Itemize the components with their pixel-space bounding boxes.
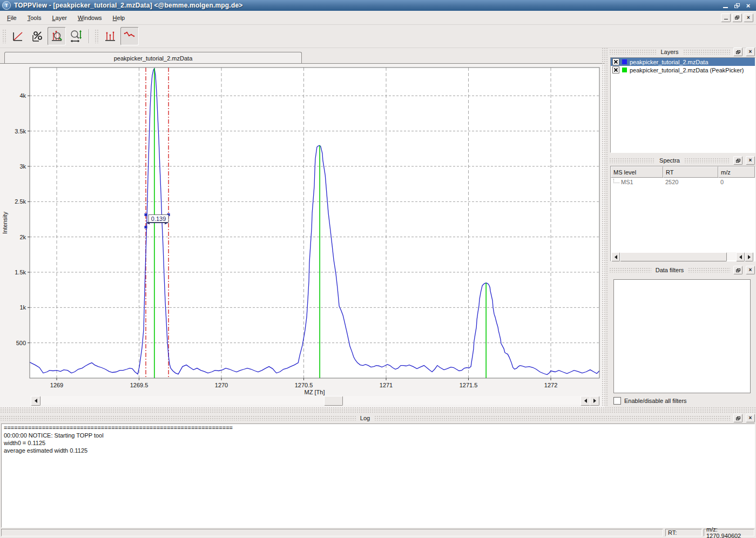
tree-branch-icon xyxy=(613,179,619,183)
float-icon xyxy=(736,159,740,163)
data-filters-title: Data filters xyxy=(654,267,685,273)
column-header-mz[interactable]: m/z xyxy=(718,166,755,178)
log-line: 00:00:00 NOTICE: Starting TOPP tool xyxy=(2,432,754,439)
tab-label: peakpicker_tutorial_2.mzData xyxy=(114,55,193,62)
y-tick-label: 500 xyxy=(16,340,26,346)
data-filters-dock-title[interactable]: Data filters × xyxy=(609,266,755,274)
title-bar[interactable]: T TOPPView - [peakpicker_tutorial_2.mzDa… xyxy=(0,0,756,11)
y-tick-label: 2.5k xyxy=(15,198,26,205)
layers-close-button[interactable]: × xyxy=(746,48,755,56)
data-filters-list[interactable] xyxy=(613,279,751,393)
app-icon: T xyxy=(2,1,11,10)
spectrum-canvas[interactable]: 12691269.512701270.512711271.512725001k1… xyxy=(0,64,605,408)
log-float-button[interactable] xyxy=(733,414,742,422)
layer-visibility-checkbox[interactable] xyxy=(612,66,619,73)
x-tick-label: 1271 xyxy=(380,382,393,388)
spectrum-plot[interactable]: 12691269.512701270.512711271.512725001k1… xyxy=(0,64,605,396)
scroll-left-button[interactable] xyxy=(611,252,620,261)
layers-dock-title[interactable]: Layers × xyxy=(609,48,755,56)
layers-list: peakpicker_tutorial_2.mzData peakpicker_… xyxy=(610,57,755,153)
restore-icon xyxy=(734,3,740,8)
draw-lines-button[interactable] xyxy=(120,27,139,45)
menu-windows[interactable]: Windows xyxy=(74,13,106,23)
log-output[interactable]: ========================================… xyxy=(1,423,755,528)
restore-button[interactable] xyxy=(732,2,741,10)
arrow-left-icon xyxy=(584,399,587,403)
mdi-restore-button[interactable] xyxy=(732,14,742,22)
log-close-button[interactable]: × xyxy=(746,414,755,422)
window-title: TOPPView - [peakpicker_tutorial_2.mzData… xyxy=(14,2,243,9)
toolbar-handle[interactable] xyxy=(94,29,98,43)
draw-peaks-button[interactable] xyxy=(101,27,119,45)
x-tick-label: 1269.5 xyxy=(130,382,148,388)
close-icon: × xyxy=(749,415,752,421)
enable-filters-label: Enable/disable all filters xyxy=(624,398,687,404)
menu-help[interactable]: Help xyxy=(109,13,129,23)
close-button[interactable]: × xyxy=(744,2,753,10)
layers-title: Layers xyxy=(659,49,679,55)
layer-label: peakpicker_tutorial_2.mzData (PeakPicker… xyxy=(630,67,744,73)
cell-rt: 2520 xyxy=(663,178,718,186)
peak-width-label: 0.139 xyxy=(151,216,166,222)
data-filters-float-button[interactable] xyxy=(733,266,742,274)
minimize-button[interactable] xyxy=(721,2,730,10)
mz-scrollbar[interactable] xyxy=(31,396,599,405)
scroll-left-button-2[interactable] xyxy=(736,252,745,261)
spectra-close-button[interactable]: × xyxy=(746,156,755,165)
layer-visibility-checkbox[interactable] xyxy=(612,58,619,65)
spectra-float-button[interactable] xyxy=(733,156,742,165)
vertical-splitter[interactable] xyxy=(602,48,608,406)
log-dock-title[interactable]: Log × xyxy=(0,414,755,422)
spectra-scrollbar[interactable] xyxy=(611,252,753,260)
tab-spectrum[interactable]: peakpicker_tutorial_2.mzData xyxy=(4,52,302,64)
intensity-percentage-button[interactable] xyxy=(28,27,46,45)
scrollbar-thumb[interactable] xyxy=(324,396,343,406)
spectra-table: MS level RT m/z MS1 2520 0 xyxy=(610,166,755,261)
menu-tools[interactable]: Tools xyxy=(24,13,45,23)
column-header-ms-level[interactable]: MS level xyxy=(611,166,663,178)
toolbar-handle[interactable] xyxy=(2,29,6,43)
spectra-dock-title[interactable]: Spectra × xyxy=(609,156,755,165)
line-plot-icon xyxy=(123,30,136,43)
cell-mz: 0 xyxy=(718,178,755,186)
x-tick-label: 1271.5 xyxy=(460,382,478,388)
status-mz: m/z: 1270.940602 xyxy=(704,529,754,536)
horizontal-splitter[interactable] xyxy=(0,407,756,413)
log-line: average estimated width 0.1125 xyxy=(2,447,754,454)
menu-file[interactable]: File xyxy=(3,13,21,23)
annotation-handle xyxy=(145,226,147,228)
zoom-mode-button[interactable] xyxy=(48,27,66,45)
layer-row[interactable]: peakpicker_tutorial_2.mzData xyxy=(611,58,755,66)
y-tick-label: 1.5k xyxy=(15,269,26,275)
layer-row[interactable]: peakpicker_tutorial_2.mzData (PeakPicker… xyxy=(611,66,755,74)
reset-zoom-button[interactable] xyxy=(9,27,27,45)
spectra-table-row[interactable]: MS1 2520 0 xyxy=(611,178,755,186)
enable-filters-checkbox[interactable] xyxy=(613,397,621,405)
translate-mode-button[interactable] xyxy=(67,27,85,45)
scrollbar-thumb[interactable] xyxy=(620,252,727,261)
checkmark-x-icon xyxy=(613,59,618,64)
plot-background xyxy=(30,68,599,378)
layers-float-button[interactable] xyxy=(733,48,742,56)
arrow-left-icon xyxy=(35,399,37,403)
enable-filters-row: Enable/disable all filters xyxy=(613,397,687,405)
annotation-handle xyxy=(145,213,147,216)
scroll-left-button[interactable] xyxy=(31,396,40,406)
move-icon xyxy=(69,29,83,43)
y-axis-label: Intensity xyxy=(2,212,8,234)
status-message xyxy=(1,529,663,536)
mdi-close-button[interactable]: × xyxy=(744,14,753,22)
topview-window: T TOPPView - [peakpicker_tutorial_2.mzDa… xyxy=(0,0,756,538)
toolbar xyxy=(0,24,756,48)
menu-layer[interactable]: Layer xyxy=(48,13,71,23)
spectra-table-header: MS level RT m/z xyxy=(611,166,755,178)
column-header-rt[interactable]: RT xyxy=(663,166,718,178)
scroll-left-button-2[interactable] xyxy=(580,396,590,406)
scroll-right-button[interactable] xyxy=(745,252,753,261)
scroll-right-button[interactable] xyxy=(590,396,599,406)
peaks-plot-icon xyxy=(104,30,117,43)
close-icon: × xyxy=(749,158,752,163)
data-filters-close-button[interactable]: × xyxy=(746,266,755,274)
close-icon: × xyxy=(749,267,752,273)
mdi-minimize-button[interactable] xyxy=(721,14,731,22)
